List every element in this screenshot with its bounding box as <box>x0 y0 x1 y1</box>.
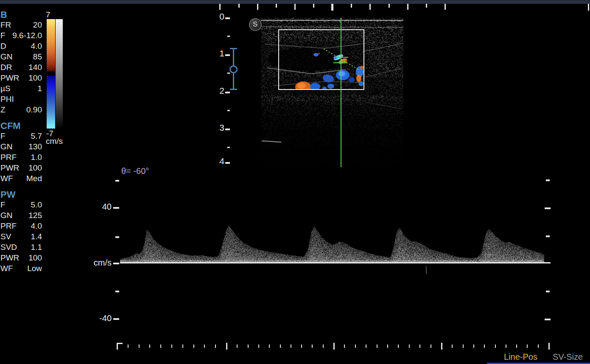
sweep-position-marker <box>426 266 427 274</box>
spectral-doppler-trace <box>120 221 544 263</box>
param-row-cfm-wf: WFMed <box>0 174 42 185</box>
param-section-header-b: B <box>0 9 7 20</box>
depth-label-4: 4 <box>214 156 224 166</box>
color-scale-bar <box>47 19 55 129</box>
param-row-b-fr: FR20 <box>0 20 42 31</box>
param-row-b-f: F9.6-12.0 <box>0 31 42 42</box>
gray-scale-bar <box>56 19 63 129</box>
param-row-pw-gn: GN125 <box>0 211 42 221</box>
param-row-pw-wf: WFLow <box>0 264 42 274</box>
velocity-unit-label: cm/s <box>89 258 112 268</box>
window-titlebar <box>0 0 590 4</box>
param-row-b-pwr: PWR100 <box>0 73 42 84</box>
param-row-cfm-f: F5.7 <box>0 132 42 142</box>
depth-label-1: 1 <box>214 48 224 59</box>
spectral-baseline[interactable] <box>120 262 551 263</box>
param-row-cfm-prf: PRF1.0 <box>0 153 42 163</box>
velocity-lower-label: -40 <box>89 314 112 323</box>
depth-label-3: 3 <box>214 123 224 133</box>
param-row-b-dr: DR140 <box>0 63 42 73</box>
depth-label-0: 0 <box>214 11 224 22</box>
param-row-pw-prf: PRF4.0 <box>0 221 42 232</box>
param-section-header-pw: PW <box>0 189 15 200</box>
doppler-angle-label: θ= -60° <box>121 166 149 176</box>
param-row-cfm-pwr: PWR100 <box>0 163 42 174</box>
line-pos-softkey[interactable]: Line-Pos <box>504 352 537 362</box>
param-row-pw-svd: SVD1.1 <box>0 243 42 253</box>
param-row-cfm-gn: GN130 <box>0 142 42 153</box>
colorbar-unit-label: cm/s <box>46 137 63 146</box>
sv-focus-circle[interactable] <box>229 65 238 73</box>
param-row-b-phi: PHI <box>0 95 42 105</box>
velocity-upper-label: 40 <box>89 202 112 212</box>
colorbar-max-label: 7 <box>46 10 50 20</box>
probe-orientation-logo: S <box>249 18 262 31</box>
param-row-pw-sv: SV1.4 <box>0 232 42 243</box>
param-row-b-z: Z0.90 <box>0 105 42 116</box>
sv-size-softkey[interactable]: SV-Size <box>553 352 583 362</box>
depth-label-2: 2 <box>214 86 224 96</box>
param-row-b-µs: µS1 <box>0 84 42 95</box>
param-row-pw-f: F5.0 <box>0 200 42 211</box>
angle-correction-line[interactable] <box>261 18 403 166</box>
param-row-b-gn: GN85 <box>0 52 42 63</box>
param-row-pw-pwr: PWR100 <box>0 253 42 264</box>
param-row-b-d: D4.0 <box>0 42 42 52</box>
param-section-header-cfm: CFM <box>0 120 21 132</box>
